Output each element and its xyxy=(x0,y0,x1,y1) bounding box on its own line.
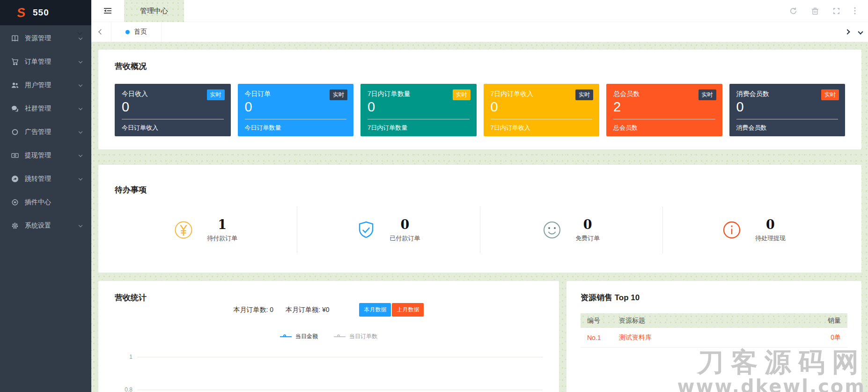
shield-check-icon xyxy=(357,221,375,239)
todo-title: 待办事项 xyxy=(115,185,845,195)
realtime-badge: 实时 xyxy=(330,89,347,100)
menu-toggle-icon[interactable] xyxy=(91,7,124,15)
revenue-stats-title: 营收统计 xyxy=(115,292,543,303)
sidebar-item-community[interactable]: 社群管理 xyxy=(0,97,91,120)
last-month-button[interactable]: 上月数据 xyxy=(392,303,424,317)
row-sales-count: 0单 xyxy=(811,333,841,342)
todo-free-orders[interactable]: 0 免费订单 xyxy=(480,207,662,253)
sidebar-item-label: 订单管理 xyxy=(25,58,79,66)
sidebar-item-label: 用户管理 xyxy=(25,81,79,89)
sidebar-item-label: 资源管理 xyxy=(25,34,79,43)
todo-count: 1 xyxy=(207,217,237,232)
todo-label: 已付款订单 xyxy=(390,234,420,243)
book-icon xyxy=(11,35,19,42)
logo-icon: S xyxy=(16,6,26,20)
sidebar-item-label: 社群管理 xyxy=(25,104,79,113)
stat-cards-row: 今日收入 实时 0 今日订单收入 今日订单 实时 0 今日订单数量 7日内订单数… xyxy=(115,84,845,136)
sidebar-item-withdraw[interactable]: 提现管理 xyxy=(0,144,91,167)
refresh-icon[interactable] xyxy=(789,7,797,15)
todo-pending-withdrawals[interactable]: 0 待处理提现 xyxy=(662,207,845,253)
card-value: 0 xyxy=(245,100,347,115)
row-resource-title[interactable]: 测试资料库 xyxy=(619,333,811,342)
card-divider xyxy=(122,119,224,119)
gridline xyxy=(137,390,543,390)
sidebar-item-label: 插件中心 xyxy=(25,198,82,207)
gear-icon xyxy=(11,222,19,229)
column-header-title: 资源标题 xyxy=(619,317,811,325)
sales-table-row[interactable]: No.1 测试资料库 0单 xyxy=(581,328,847,348)
realtime-badge: 实时 xyxy=(207,89,225,100)
stat-card-7day-income: 7日内订单收入 实时 0 7日内订单收入 xyxy=(484,84,600,136)
revenue-stats-panel: 营收统计 本月订单数: 0 本月订单额: ¥0 本月数据 上月数据 当日金额 xyxy=(98,281,559,392)
card-divider xyxy=(245,119,347,119)
todo-label: 待付款订单 xyxy=(207,234,237,243)
active-tab-dot-icon xyxy=(125,30,130,34)
tab-home[interactable]: 首页 xyxy=(111,22,162,42)
chevron-down-icon xyxy=(79,106,82,110)
row-rank: No.1 xyxy=(587,334,619,341)
stat-card-today-income: 今日收入 实时 0 今日订单收入 xyxy=(115,84,231,136)
gridline-row: 1 xyxy=(115,354,543,360)
banknote-icon xyxy=(11,152,19,159)
ring-icon xyxy=(11,128,19,136)
legend-daily-amount[interactable]: 当日金额 xyxy=(280,333,318,340)
card-value: 0 xyxy=(491,100,593,115)
trash-icon[interactable] xyxy=(811,7,819,15)
legend-daily-orders[interactable]: 当日订单数 xyxy=(334,333,377,340)
todo-pending-payment[interactable]: 1 待付款订单 xyxy=(115,207,297,253)
card-value: 0 xyxy=(122,100,224,115)
month-orders: 本月订单数: 0 xyxy=(234,306,274,314)
todo-panel: 待办事项 1 待付款订单 0 已付款订单 xyxy=(98,165,861,273)
top-sales-panel: 资源销售 Top 10 编号 资源标题 销量 No.1 测试资料库 0单 xyxy=(566,281,861,392)
chevron-down-icon xyxy=(79,59,82,63)
sidebar-item-plugins[interactable]: 插件中心 xyxy=(0,191,91,214)
line-marker-icon xyxy=(280,336,292,337)
card-divider xyxy=(613,119,715,119)
sidebar-item-settings[interactable]: 系统设置 xyxy=(0,214,91,237)
redirect-icon xyxy=(11,175,19,183)
month-stats-row: 本月订单数: 0 本月订单额: ¥0 本月数据 上月数据 xyxy=(115,303,543,317)
smiley-icon xyxy=(543,221,561,239)
chart-legend: 当日金额 当日订单数 xyxy=(115,333,543,340)
more-icon[interactable] xyxy=(854,7,856,15)
sidebar-item-ads[interactable]: 广告管理 xyxy=(0,120,91,144)
chevron-down-icon xyxy=(79,36,82,39)
todo-count: 0 xyxy=(755,217,786,232)
todo-row: 1 待付款订单 0 已付款订单 0 免费订单 xyxy=(115,207,845,253)
chevron-down-icon xyxy=(79,82,82,86)
realtime-badge: 实时 xyxy=(821,89,839,100)
card-value: 2 xyxy=(613,100,715,115)
tab-scroll-right-icon[interactable] xyxy=(846,30,849,34)
card-footer: 消费会员数 xyxy=(736,124,839,132)
todo-label: 免费订单 xyxy=(575,234,600,243)
this-month-button[interactable]: 本月数据 xyxy=(359,303,391,317)
tab-management-center[interactable]: 管理中心 xyxy=(124,0,184,22)
sidebar-item-label: 提现管理 xyxy=(25,151,79,160)
tab-menu-chevron-icon[interactable] xyxy=(859,30,862,34)
sidebar-item-label: 广告管理 xyxy=(25,128,79,136)
sidebar-item-redirect[interactable]: 跳转管理 xyxy=(0,167,91,191)
column-header-sales: 销量 xyxy=(811,317,841,325)
tab-controls xyxy=(846,30,868,34)
revenue-overview-title: 营收概况 xyxy=(115,61,845,72)
chevron-down-icon xyxy=(79,176,82,180)
period-buttons: 本月数据 上月数据 xyxy=(359,303,424,317)
sidebar-item-resources[interactable]: 资源管理 xyxy=(0,27,91,50)
sidebar: S 550 资源管理 订单管理 用户管理 社群管理 广告管理 xyxy=(0,0,91,392)
column-header-no: 编号 xyxy=(587,317,619,325)
stat-card-paying-members: 消费会员数 实时 0 消费会员数 xyxy=(729,84,846,136)
sidebar-item-label: 跳转管理 xyxy=(25,175,79,183)
expand-icon[interactable] xyxy=(833,7,840,15)
month-stats: 本月订单数: 0 本月订单额: ¥0 xyxy=(234,306,330,314)
main-column: 管理中心 首页 营收概况 今日收入 实时 0 xyxy=(91,0,868,392)
y-axis-tick: 0.8 xyxy=(115,386,137,392)
sidebar-item-users[interactable]: 用户管理 xyxy=(0,74,91,97)
tab-scroll-left-icon[interactable] xyxy=(91,30,111,34)
realtime-badge: 实时 xyxy=(453,89,471,100)
todo-paid-orders[interactable]: 0 已付款订单 xyxy=(297,207,479,253)
chevron-down-icon xyxy=(79,223,82,227)
chevron-down-icon xyxy=(79,129,82,133)
header-actions xyxy=(789,7,868,15)
sidebar-item-orders[interactable]: 订单管理 xyxy=(0,50,91,74)
legend-label: 当日金额 xyxy=(295,333,318,340)
